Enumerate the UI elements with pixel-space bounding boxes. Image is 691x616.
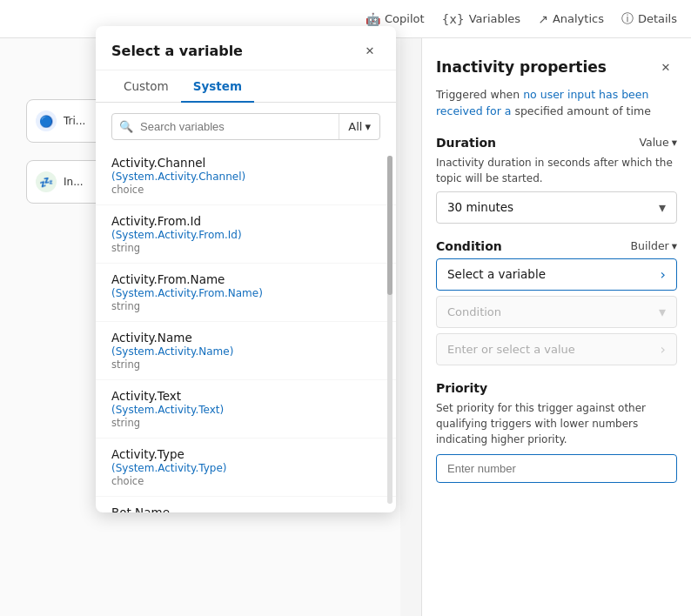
nav-variables[interactable]: {x} Variables <box>442 12 521 26</box>
nav-analytics[interactable]: ↗ Analytics <box>538 12 604 26</box>
filter-button[interactable]: All ▾ <box>339 114 379 139</box>
builder-chevron-icon: ▾ <box>672 239 677 252</box>
panel-close-button[interactable] <box>654 56 677 78</box>
scroll-thumb <box>387 156 392 295</box>
modal-tabs: Custom System <box>96 70 396 103</box>
analytics-icon: ↗ <box>538 12 548 26</box>
variable-type: string <box>111 358 380 371</box>
panel-header: Inactivity properties <box>436 56 677 78</box>
trigger-label-2: In... <box>64 176 84 188</box>
duration-dropdown[interactable]: 30 minutes ▾ <box>436 191 677 224</box>
variable-select-button[interactable]: Select a variable › <box>436 258 677 291</box>
condition-label: Condition <box>436 239 502 253</box>
priority-label: Priority <box>436 381 487 395</box>
duration-chevron-icon: ▾ <box>672 136 677 149</box>
variables-icon: {x} <box>442 12 465 26</box>
value-chevron-icon: › <box>661 341 666 358</box>
variable-type: choice <box>111 184 380 196</box>
variable-name: Activity.Name <box>111 331 380 345</box>
variable-sys-name: (System.Activity.Type) <box>111 462 380 474</box>
variable-name: Activity.From.Name <box>111 272 380 286</box>
tab-custom[interactable]: Custom <box>111 70 181 103</box>
priority-row: Priority <box>436 381 677 395</box>
condition-builder-button[interactable]: Builder ▾ <box>631 239 678 252</box>
duration-section: Duration Value ▾ Inactivity duration in … <box>436 136 677 224</box>
condition-row: Condition Builder ▾ <box>436 239 677 253</box>
panel-description: Triggered when no user input has been re… <box>436 87 677 120</box>
condition-field: Condition ▾ <box>436 296 677 328</box>
variable-sys-name: (System.Activity.Name) <box>111 345 380 358</box>
variable-list: Activity.Channel (System.Activity.Channe… <box>96 147 396 512</box>
condition-value-field: Enter or select a value › <box>436 333 677 365</box>
variable-sys-name: (System.Activity.From.Name) <box>111 287 380 299</box>
duration-mode-button[interactable]: Value ▾ <box>639 136 677 149</box>
duration-help: Inactivity duration in seconds after whi… <box>436 155 677 186</box>
nav-details[interactable]: ⓘ Details <box>621 11 677 27</box>
variable-sys-name: (System.Activity.Channel) <box>111 171 380 183</box>
variable-type: string <box>111 417 380 429</box>
variable-item-activity-from-id[interactable]: Activity.From.Id (System.Activity.From.I… <box>96 205 396 264</box>
priority-section: Priority Set priority for this trigger a… <box>436 381 677 483</box>
modal-close-button[interactable] <box>359 40 380 61</box>
priority-input[interactable] <box>436 454 677 483</box>
search-bar: 🔍 All ▾ <box>111 113 380 140</box>
panel-title: Inactivity properties <box>436 58 607 76</box>
variable-item-activity-from-name[interactable]: Activity.From.Name (System.Activity.From… <box>96 264 396 322</box>
right-panel: Inactivity properties Triggered when no … <box>421 38 691 616</box>
scroll-indicator <box>387 156 392 504</box>
search-input[interactable] <box>140 114 339 139</box>
trigger-icon-1: 🔵 <box>36 110 57 131</box>
variable-item-activity-text[interactable]: Activity.Text (System.Activity.Text) str… <box>96 380 396 439</box>
modal-title: Select a variable <box>111 43 243 59</box>
variable-item-activity-name[interactable]: Activity.Name (System.Activity.Name) str… <box>96 322 396 380</box>
duration-dropdown-chevron-icon: ▾ <box>659 199 666 216</box>
trigger-icon-2: 💤 <box>36 171 57 192</box>
variable-type: string <box>111 300 380 312</box>
trigger-label-1: Tri... <box>64 115 85 127</box>
variable-type: string <box>111 242 380 254</box>
variable-name: Activity.Channel <box>111 156 380 170</box>
priority-description: Set priority for this trigger against ot… <box>436 400 677 447</box>
variable-name: Activity.From.Id <box>111 214 380 228</box>
variable-name: Activity.Text <box>111 389 380 403</box>
tab-system[interactable]: System <box>181 70 254 103</box>
duration-label: Duration <box>436 136 496 150</box>
var-select-chevron-icon: › <box>661 266 666 283</box>
nav-copilot[interactable]: 🤖 Copilot <box>366 12 425 26</box>
variable-item-bot-name[interactable]: Bot.Name (System.Bot.Name) <box>96 497 396 512</box>
condition-section: Condition Builder ▾ Select a variable › … <box>436 239 677 365</box>
variable-type: choice <box>111 475 380 487</box>
condition-chevron-icon: ▾ <box>659 304 666 320</box>
search-icon: 🔍 <box>112 120 140 133</box>
duration-row: Duration Value ▾ <box>436 136 677 150</box>
variable-modal: Select a variable Custom System 🔍 All ▾ … <box>96 26 396 512</box>
variable-name: Activity.Type <box>111 447 380 461</box>
modal-header: Select a variable <box>96 26 396 70</box>
filter-chevron-icon: ▾ <box>365 120 371 133</box>
copilot-icon: 🤖 <box>366 12 380 26</box>
variable-sys-name: (System.Activity.From.Id) <box>111 229 380 241</box>
variable-item-activity-type[interactable]: Activity.Type (System.Activity.Type) cho… <box>96 439 396 497</box>
variable-sys-name: (System.Activity.Text) <box>111 404 380 416</box>
variable-item-activity-channel[interactable]: Activity.Channel (System.Activity.Channe… <box>96 147 396 205</box>
variable-name: Bot.Name <box>111 506 380 512</box>
details-icon: ⓘ <box>621 11 634 27</box>
